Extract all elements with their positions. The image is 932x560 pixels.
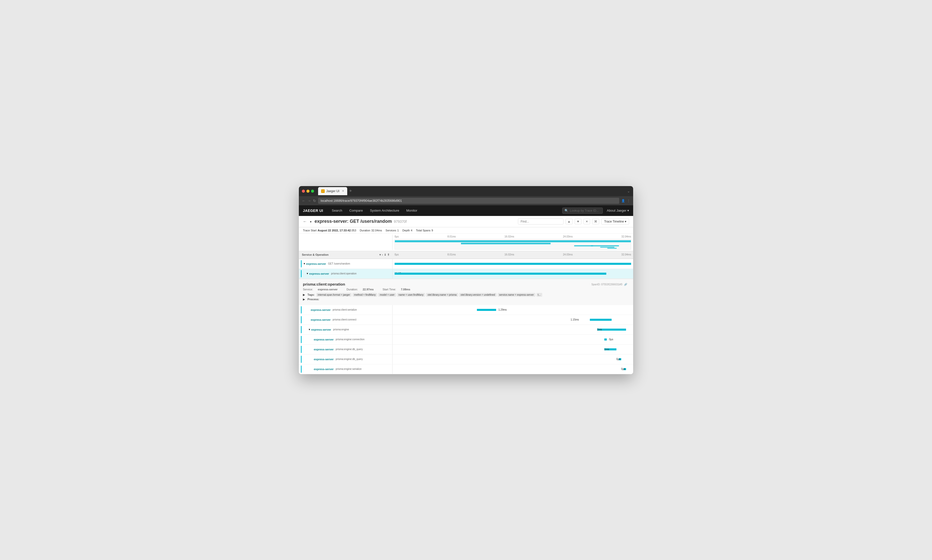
- timeline-view-btn[interactable]: Trace Timeline ▾: [601, 218, 629, 225]
- expand-arrow-5[interactable]: ▾: [309, 328, 310, 331]
- tags-toggle[interactable]: ▶: [303, 293, 305, 297]
- nav-search[interactable]: Search: [328, 205, 346, 216]
- window-expand[interactable]: ⌄: [627, 189, 630, 193]
- keyboard-shortcut-btn[interactable]: ⌘: [592, 219, 599, 224]
- span-bar-cell-2: 22.97ms: [393, 272, 633, 275]
- detail-start-time-label: Start Time: 7.08ms: [382, 288, 410, 291]
- reload-button[interactable]: ↻: [313, 199, 316, 203]
- trace-start-label: Trace Start: [303, 229, 317, 232]
- forward-button[interactable]: →: [308, 199, 311, 203]
- duration-value: 32.04ms: [371, 229, 382, 232]
- span-label-9[interactable]: express-server prisma:engine:serialize: [299, 364, 393, 374]
- service-name-5: express-server: [311, 328, 331, 331]
- jaeger-nav: JAEGER UI Search Compare System Architec…: [299, 205, 633, 216]
- ctrl-down-all[interactable]: ⇓: [384, 253, 386, 257]
- span-bar-2: [394, 273, 606, 275]
- detail-tags-section: ▶ Tags: internal.span.format = jaeger me…: [303, 293, 542, 301]
- new-tab-button[interactable]: +: [348, 188, 353, 194]
- ruler-right: 0μs 8.01ms 16.02ms 24.03ms 32.04ms: [393, 235, 633, 250]
- ctrl-down[interactable]: ▾: [379, 253, 381, 257]
- span-label-2[interactable]: ▾ express-server prisma:client:operation: [299, 269, 393, 278]
- span-row[interactable]: express-server prisma:engine:serialize 0…: [299, 364, 633, 374]
- minimap-bar-5: [600, 247, 615, 248]
- span-bar-cell-7: 1ms: [393, 348, 633, 351]
- ctrl-up-all[interactable]: ⇑: [387, 253, 390, 257]
- ctrl-right[interactable]: ›: [382, 253, 383, 257]
- span-label-5[interactable]: ▾ express-server prisma:engine: [299, 325, 393, 334]
- minimap-bar-1: [395, 240, 631, 242]
- total-spans-label: Total Spans: [416, 229, 430, 232]
- tag-7: t...: [536, 293, 542, 297]
- nav-system-arch[interactable]: System Architecture: [367, 205, 403, 216]
- total-spans-value: 9: [431, 229, 433, 232]
- prev-match-btn[interactable]: ▲: [565, 219, 573, 224]
- span-row[interactable]: ▾ express-server prisma:engine 2ms: [299, 325, 633, 335]
- service-name-3: express-server: [311, 308, 331, 311]
- timeline-ruler: 0μs 8.01ms 16.02ms 24.03ms 32.04ms: [299, 234, 633, 251]
- span-border-9: [301, 366, 302, 373]
- back-button[interactable]: ←: [302, 199, 305, 203]
- span-bar-label-6: 0μs: [609, 338, 613, 341]
- ruler-left: [299, 235, 393, 250]
- operation-7: prisma:engine:db_query: [336, 348, 363, 351]
- minimize-traffic-light[interactable]: [307, 189, 310, 193]
- span-border-2: [301, 270, 302, 277]
- operation-4: prisma:client:connect: [333, 318, 356, 321]
- header-tick-4: 32.04ms: [621, 253, 631, 257]
- minimap-bar-3: [574, 245, 593, 246]
- trace-collapse-btn[interactable]: ▾: [310, 220, 311, 223]
- user-icon: 👤: [621, 199, 625, 203]
- span-row[interactable]: express-server prisma:engine:db_query 1m…: [299, 345, 633, 354]
- tag-2: model = user: [378, 293, 396, 297]
- trace-back-btn[interactable]: ←: [303, 219, 307, 224]
- span-label-3[interactable]: express-server prisma:client:serialize: [299, 305, 393, 315]
- minimap-bar-2: [461, 243, 551, 244]
- link-icon[interactable]: 🔗: [624, 283, 627, 286]
- about-jaeger-link[interactable]: About Jaeger ▾: [607, 209, 629, 212]
- active-tab[interactable]: J Jaeger UI ✕: [318, 187, 347, 195]
- search-icon: 🔍: [564, 209, 568, 212]
- span-row[interactable]: express-server prisma:engine:connection …: [299, 335, 633, 345]
- close-find-btn[interactable]: ✕: [584, 219, 590, 224]
- expand-arrow-1[interactable]: ▾: [303, 262, 305, 265]
- span-label-6[interactable]: express-server prisma:engine:connection: [299, 335, 393, 344]
- span-label-4[interactable]: express-server prisma:client:connect: [299, 315, 393, 325]
- span-border-5: [301, 326, 302, 333]
- service-name-8: express-server: [314, 358, 334, 361]
- url-bar[interactable]: [318, 198, 619, 204]
- span-label-7[interactable]: express-server prisma:engine:db_query: [299, 345, 393, 354]
- span-row[interactable]: express-server prisma:client:serialize 1…: [299, 305, 633, 315]
- nav-compare[interactable]: Compare: [346, 205, 366, 216]
- minimap-bar-4: [591, 245, 619, 246]
- operation-5: prisma:engine: [333, 328, 349, 331]
- title-bar: J Jaeger UI ✕ + ⌄: [299, 186, 633, 196]
- span-label-8[interactable]: express-server prisma:engine:db_query: [299, 354, 393, 364]
- tick-4: 32.04ms: [621, 235, 631, 238]
- span-border-3: [301, 306, 302, 314]
- detail-duration-label: Duration: 22.97ms: [347, 288, 374, 291]
- find-input[interactable]: [518, 218, 564, 225]
- span-row[interactable]: express-server prisma:client:connect 1.1…: [299, 315, 633, 325]
- service-name-1: express-server: [306, 262, 326, 265]
- span-row[interactable]: ▾ express-server GET /users/random: [299, 259, 633, 269]
- menu-icon[interactable]: ⋮: [627, 199, 630, 203]
- span-bar-label-3: 1.29ms: [498, 308, 507, 311]
- span-border-6: [301, 336, 302, 343]
- tab-close-btn[interactable]: ✕: [342, 189, 344, 193]
- detail-left: prisma:client:operation Service: express…: [303, 282, 542, 302]
- next-match-btn[interactable]: ▼: [575, 219, 582, 224]
- span-label-1[interactable]: ▾ express-server GET /users/random: [299, 259, 393, 269]
- tick-3: 24.03ms: [563, 235, 573, 238]
- minimap[interactable]: [394, 239, 631, 249]
- expand-arrow-2[interactable]: ▾: [307, 272, 308, 275]
- tag-6: service.name = express-server: [498, 293, 535, 297]
- trace-lookup-box[interactable]: 🔍 Lookup by Trace ID...: [562, 208, 603, 214]
- process-toggle[interactable]: ▶: [303, 298, 305, 301]
- trace-meta: Trace Start August 22 2022, 17:33:42.053…: [299, 227, 633, 234]
- span-bar-4: [590, 319, 612, 321]
- span-row[interactable]: ▾ express-server prisma:client:operation…: [299, 269, 633, 279]
- nav-monitor[interactable]: Monitor: [403, 205, 421, 216]
- maximize-traffic-light[interactable]: [311, 189, 314, 193]
- span-row[interactable]: express-server prisma:engine:db_query 0μ…: [299, 354, 633, 364]
- close-traffic-light[interactable]: [302, 189, 305, 193]
